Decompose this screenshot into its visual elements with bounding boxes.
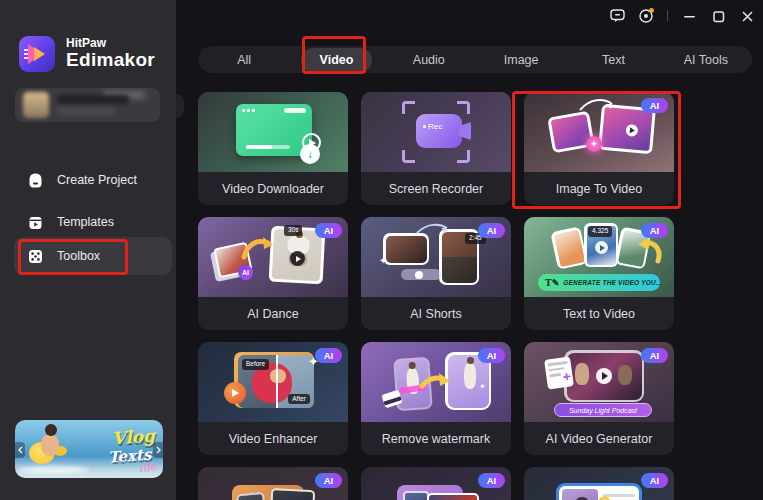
tool-card-screen-recorder[interactable]: Rec Screen Recorder xyxy=(361,92,511,205)
tool-card-label: AI Shorts xyxy=(361,297,511,330)
landscape-frame xyxy=(383,233,429,265)
maximize-button[interactable] xyxy=(710,8,727,25)
app-logo-icon xyxy=(19,36,55,72)
sidebar-collapse-handle[interactable] xyxy=(176,94,184,118)
ai-badge: AI xyxy=(315,223,342,238)
tool-card-ai-dance[interactable]: AI AI 30s AI Dance xyxy=(198,217,348,330)
tab-ai-tools[interactable]: AI Tools xyxy=(660,46,752,73)
profile-text-redacted xyxy=(57,107,115,115)
remove-watermark-thumbnail: AI ✦ xyxy=(361,342,511,422)
tab-audio[interactable]: Audio xyxy=(383,46,475,73)
ai-video-generator-thumbnail: AI ✛ Sunday Light Podcast xyxy=(524,342,674,422)
promo-banner-vlog-texts[interactable]: Vlog Texts life xyxy=(15,420,163,478)
tab-all[interactable]: All xyxy=(198,46,290,73)
tool-card-ai-video-generator[interactable]: AI ✛ Sunday Light Podcast AI Video Gener… xyxy=(524,342,674,455)
tab-label: Image xyxy=(485,48,558,72)
banner-splash xyxy=(19,466,89,474)
tool-card-label: Remove watermark xyxy=(361,422,511,455)
play-icon xyxy=(595,241,608,254)
ai-badge: AI xyxy=(641,348,668,363)
tool-card-label: Image To Video xyxy=(524,172,674,205)
sidebar-item-toolbox[interactable]: Toolbox xyxy=(14,237,172,275)
partial-thumbnail: AI xyxy=(198,467,348,500)
progress-bar xyxy=(246,145,290,149)
play-icon xyxy=(302,133,321,152)
tool-card-partial-1[interactable]: AI xyxy=(198,467,348,500)
tab-label: All xyxy=(218,48,270,72)
toolbox-icon xyxy=(27,248,44,265)
feedback-icon[interactable] xyxy=(609,7,626,24)
play-icon xyxy=(290,251,305,266)
rec-label: Rec xyxy=(423,122,442,131)
ai-circle-badge: AI xyxy=(238,265,253,280)
banner-prev-button[interactable] xyxy=(15,442,25,458)
partial-thumbnail: AI xyxy=(524,467,674,500)
sidebar-item-create-project[interactable]: Create Project xyxy=(14,161,172,199)
before-after-photo: Before After xyxy=(238,355,314,408)
tab-label: Audio xyxy=(394,48,464,72)
ai-badge: AI xyxy=(315,348,342,363)
tool-card-image-to-video[interactable]: AI ✦ Image To Video xyxy=(524,92,674,205)
tab-image[interactable]: Image xyxy=(475,46,567,73)
video-downloader-thumbnail: ↓ xyxy=(198,92,348,172)
sidebar-item-label: Create Project xyxy=(57,173,137,187)
podcast-title-pill: Sunday Light Podcast xyxy=(554,403,652,417)
ai-dance-thumbnail: AI AI 30s xyxy=(198,217,348,297)
tab-text[interactable]: Text xyxy=(567,46,659,73)
tool-card-label: Text to Video xyxy=(524,297,674,330)
banner-next-button[interactable] xyxy=(153,442,163,458)
avatar xyxy=(23,92,49,118)
tool-card-text-to-video[interactable]: AI 4.325 T✎ GENERATE THE VIDEO YOU... Te… xyxy=(524,217,674,330)
before-tag: Before xyxy=(242,359,269,370)
dancer-figure xyxy=(464,363,476,389)
chevron-right-icon xyxy=(156,446,161,454)
activity-center-icon[interactable] xyxy=(638,7,655,24)
user-profile-card[interactable] xyxy=(15,88,160,122)
ai-badge: AI xyxy=(641,98,668,113)
camcorder-icon: Rec xyxy=(416,114,462,148)
close-button[interactable] xyxy=(739,8,756,25)
photo xyxy=(403,491,429,500)
generate-text-pill: T✎ GENERATE THE VIDEO YOU... xyxy=(538,274,660,291)
app-window: HitPaw Edimakor Create Project Templates xyxy=(0,0,763,500)
tool-card-ai-shorts[interactable]: AI 2:45 ✦ AI Shorts xyxy=(361,217,511,330)
partial-thumbnail: AI ➤ xyxy=(361,467,511,500)
video-enhancer-thumbnail: AI Before After ✦ xyxy=(198,342,348,422)
sidebar-item-label: Toolbox xyxy=(57,249,100,263)
tab-video[interactable]: Video xyxy=(290,46,382,73)
tool-card-video-enhancer[interactable]: AI Before After ✦ Video Enhancer xyxy=(198,342,348,455)
script-notes-icon: ✛ xyxy=(544,356,574,389)
photo xyxy=(427,493,479,500)
text-tool-icon: T✎ xyxy=(545,278,559,288)
views-tag: 4.325 xyxy=(588,226,612,237)
ai-badge: AI xyxy=(315,473,342,488)
shorts-toggle xyxy=(401,269,441,280)
logo-play-orange xyxy=(34,47,45,61)
enhance-play-icon xyxy=(224,382,246,404)
tool-card-remove-watermark[interactable]: AI ✦ Remove watermark xyxy=(361,342,511,455)
profile-text-redacted xyxy=(57,95,129,104)
play-icon xyxy=(596,368,612,384)
tool-card-video-downloader[interactable]: ↓ Video Downloader xyxy=(198,92,348,205)
tool-card-label: Video Enhancer xyxy=(198,422,348,455)
curved-arrow-icon xyxy=(576,96,620,114)
templates-icon xyxy=(27,214,44,231)
sidebar-item-templates[interactable]: Templates xyxy=(14,203,172,241)
after-tag: After xyxy=(288,394,310,405)
brand-line2: Edimakor xyxy=(66,50,155,71)
sparkle-icon: ✦ xyxy=(586,136,602,152)
create-project-icon xyxy=(27,172,44,189)
sidebar-item-label: Templates xyxy=(57,215,114,229)
ai-badge: AI xyxy=(478,348,505,363)
tool-card-partial-3[interactable]: AI xyxy=(524,467,674,500)
banner-title-script: life xyxy=(139,460,158,475)
tool-card-partial-2[interactable]: AI ➤ xyxy=(361,467,511,500)
chevron-left-icon xyxy=(18,446,23,454)
ai-badge: AI xyxy=(478,223,505,238)
person-figure xyxy=(618,365,632,385)
minimize-button[interactable] xyxy=(681,8,698,25)
tab-label: AI Tools xyxy=(665,48,747,72)
tab-label: Video xyxy=(301,48,373,72)
banner-child xyxy=(41,434,59,456)
tool-card-label: Video Downloader xyxy=(198,172,348,205)
